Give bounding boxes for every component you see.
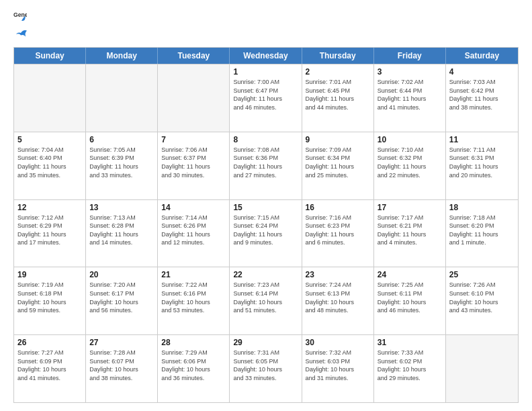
day-number: 26 (17, 338, 82, 347)
calendar-header: SundayMondayTuesdayWednesdayThursdayFrid… (14, 48, 518, 64)
day-info: Sunrise: 7:23 AM Sunset: 6:14 PM Dayligh… (233, 281, 298, 314)
day-info: Sunrise: 7:04 AM Sunset: 6:40 PM Dayligh… (17, 146, 82, 179)
header: General (13, 11, 519, 40)
day-info: Sunrise: 7:19 AM Sunset: 6:18 PM Dayligh… (17, 281, 82, 314)
day-number: 15 (233, 203, 298, 212)
day-info: Sunrise: 7:32 AM Sunset: 6:03 PM Dayligh… (306, 349, 370, 382)
calendar-week-5: 26Sunrise: 7:27 AM Sunset: 6:09 PM Dayli… (14, 334, 518, 402)
calendar-day-29: 29Sunrise: 7:31 AM Sunset: 6:05 PM Dayli… (230, 335, 302, 402)
day-number: 31 (378, 338, 442, 347)
day-number: 10 (378, 135, 442, 144)
day-info: Sunrise: 7:28 AM Sunset: 6:07 PM Dayligh… (89, 349, 154, 382)
day-number: 5 (17, 135, 82, 144)
day-info: Sunrise: 7:29 AM Sunset: 6:06 PM Dayligh… (161, 349, 226, 382)
calendar-day-19: 19Sunrise: 7:19 AM Sunset: 6:18 PM Dayli… (14, 267, 86, 334)
logo-icon: General (13, 11, 27, 24)
day-number: 29 (233, 338, 298, 347)
calendar-day-9: 9Sunrise: 7:09 AM Sunset: 6:34 PM Daylig… (302, 132, 374, 199)
day-info: Sunrise: 7:00 AM Sunset: 6:47 PM Dayligh… (233, 78, 298, 111)
day-number: 17 (378, 203, 442, 212)
day-info: Sunrise: 7:17 AM Sunset: 6:21 PM Dayligh… (378, 214, 442, 247)
day-info: Sunrise: 7:15 AM Sunset: 6:24 PM Dayligh… (233, 214, 298, 247)
calendar-week-4: 19Sunrise: 7:19 AM Sunset: 6:18 PM Dayli… (14, 267, 518, 334)
calendar-day-30: 30Sunrise: 7:32 AM Sunset: 6:03 PM Dayli… (302, 335, 374, 402)
calendar-day-16: 16Sunrise: 7:16 AM Sunset: 6:23 PM Dayli… (302, 200, 374, 267)
day-number: 7 (161, 135, 226, 144)
calendar-day-14: 14Sunrise: 7:14 AM Sunset: 6:26 PM Dayli… (158, 200, 230, 267)
day-info: Sunrise: 7:11 AM Sunset: 6:31 PM Dayligh… (449, 146, 515, 179)
day-number: 20 (89, 270, 154, 279)
weekday-header-wednesday: Wednesday (230, 48, 302, 64)
day-info: Sunrise: 7:08 AM Sunset: 6:36 PM Dayligh… (233, 146, 298, 179)
day-number: 12 (17, 203, 82, 212)
day-number: 9 (306, 135, 370, 144)
day-info: Sunrise: 7:33 AM Sunset: 6:02 PM Dayligh… (378, 349, 442, 382)
day-info: Sunrise: 7:22 AM Sunset: 6:16 PM Dayligh… (161, 281, 226, 314)
calendar-day-23: 23Sunrise: 7:24 AM Sunset: 6:13 PM Dayli… (302, 267, 374, 334)
day-info: Sunrise: 7:09 AM Sunset: 6:34 PM Dayligh… (306, 146, 370, 179)
day-number: 24 (378, 270, 442, 279)
calendar-day-31: 31Sunrise: 7:33 AM Sunset: 6:02 PM Dayli… (374, 335, 446, 402)
calendar-week-3: 12Sunrise: 7:12 AM Sunset: 6:29 PM Dayli… (14, 199, 518, 267)
day-number: 28 (161, 338, 226, 347)
calendar-day-12: 12Sunrise: 7:12 AM Sunset: 6:29 PM Dayli… (14, 200, 86, 267)
calendar-day-2: 2Sunrise: 7:01 AM Sunset: 6:45 PM Daylig… (302, 64, 374, 132)
calendar-day-3: 3Sunrise: 7:02 AM Sunset: 6:44 PM Daylig… (374, 64, 446, 132)
calendar-day-25: 25Sunrise: 7:26 AM Sunset: 6:10 PM Dayli… (446, 267, 518, 334)
calendar-day-10: 10Sunrise: 7:10 AM Sunset: 6:32 PM Dayli… (374, 132, 446, 199)
day-number: 2 (306, 67, 370, 77)
calendar-day-5: 5Sunrise: 7:04 AM Sunset: 6:40 PM Daylig… (14, 132, 86, 199)
day-number: 1 (233, 67, 298, 77)
day-info: Sunrise: 7:20 AM Sunset: 6:17 PM Dayligh… (89, 281, 154, 314)
day-info: Sunrise: 7:16 AM Sunset: 6:23 PM Dayligh… (306, 214, 370, 247)
day-number: 23 (306, 270, 370, 279)
day-number: 21 (161, 270, 226, 279)
day-number: 27 (89, 338, 154, 347)
calendar-empty-cell (158, 64, 230, 132)
day-info: Sunrise: 7:25 AM Sunset: 6:11 PM Dayligh… (378, 281, 442, 314)
calendar-body: 1Sunrise: 7:00 AM Sunset: 6:47 PM Daylig… (14, 64, 518, 402)
calendar-day-24: 24Sunrise: 7:25 AM Sunset: 6:11 PM Dayli… (374, 267, 446, 334)
day-number: 3 (378, 67, 442, 77)
day-number: 13 (89, 203, 154, 212)
day-info: Sunrise: 7:01 AM Sunset: 6:45 PM Dayligh… (306, 78, 370, 111)
calendar-day-8: 8Sunrise: 7:08 AM Sunset: 6:36 PM Daylig… (230, 132, 302, 199)
day-info: Sunrise: 7:26 AM Sunset: 6:10 PM Dayligh… (449, 281, 515, 314)
weekday-header-tuesday: Tuesday (158, 48, 230, 64)
logo-bird-icon (15, 27, 27, 39)
weekday-header-friday: Friday (374, 48, 446, 64)
calendar-day-6: 6Sunrise: 7:05 AM Sunset: 6:39 PM Daylig… (86, 132, 158, 199)
calendar-day-27: 27Sunrise: 7:28 AM Sunset: 6:07 PM Dayli… (86, 335, 158, 402)
day-info: Sunrise: 7:06 AM Sunset: 6:37 PM Dayligh… (161, 146, 226, 179)
calendar-day-15: 15Sunrise: 7:15 AM Sunset: 6:24 PM Dayli… (230, 200, 302, 267)
day-number: 22 (233, 270, 298, 279)
day-info: Sunrise: 7:02 AM Sunset: 6:44 PM Dayligh… (378, 78, 442, 111)
calendar-empty-cell (86, 64, 158, 132)
calendar-day-17: 17Sunrise: 7:17 AM Sunset: 6:21 PM Dayli… (374, 200, 446, 267)
weekday-header-monday: Monday (86, 48, 158, 64)
day-number: 16 (306, 203, 370, 212)
day-info: Sunrise: 7:14 AM Sunset: 6:26 PM Dayligh… (161, 214, 226, 247)
day-number: 18 (449, 203, 515, 212)
weekday-header-sunday: Sunday (14, 48, 86, 64)
day-info: Sunrise: 7:18 AM Sunset: 6:20 PM Dayligh… (449, 214, 515, 247)
calendar-day-4: 4Sunrise: 7:03 AM Sunset: 6:42 PM Daylig… (446, 64, 518, 132)
day-number: 30 (306, 338, 370, 347)
day-number: 25 (449, 270, 515, 279)
weekday-header-thursday: Thursday (302, 48, 374, 64)
calendar-day-26: 26Sunrise: 7:27 AM Sunset: 6:09 PM Dayli… (14, 335, 86, 402)
day-info: Sunrise: 7:10 AM Sunset: 6:32 PM Dayligh… (378, 146, 442, 179)
calendar-day-22: 22Sunrise: 7:23 AM Sunset: 6:14 PM Dayli… (230, 267, 302, 334)
calendar-day-20: 20Sunrise: 7:20 AM Sunset: 6:17 PM Dayli… (86, 267, 158, 334)
day-number: 19 (17, 270, 82, 279)
day-info: Sunrise: 7:24 AM Sunset: 6:13 PM Dayligh… (306, 281, 370, 314)
logo: General (13, 11, 27, 40)
calendar-day-18: 18Sunrise: 7:18 AM Sunset: 6:20 PM Dayli… (446, 200, 518, 267)
day-info: Sunrise: 7:03 AM Sunset: 6:42 PM Dayligh… (449, 78, 515, 111)
calendar-week-1: 1Sunrise: 7:00 AM Sunset: 6:47 PM Daylig… (14, 64, 518, 132)
calendar-day-21: 21Sunrise: 7:22 AM Sunset: 6:16 PM Dayli… (158, 267, 230, 334)
calendar-week-2: 5Sunrise: 7:04 AM Sunset: 6:40 PM Daylig… (14, 132, 518, 199)
day-info: Sunrise: 7:12 AM Sunset: 6:29 PM Dayligh… (17, 214, 82, 247)
day-info: Sunrise: 7:05 AM Sunset: 6:39 PM Dayligh… (89, 146, 154, 179)
calendar-day-11: 11Sunrise: 7:11 AM Sunset: 6:31 PM Dayli… (446, 132, 518, 199)
